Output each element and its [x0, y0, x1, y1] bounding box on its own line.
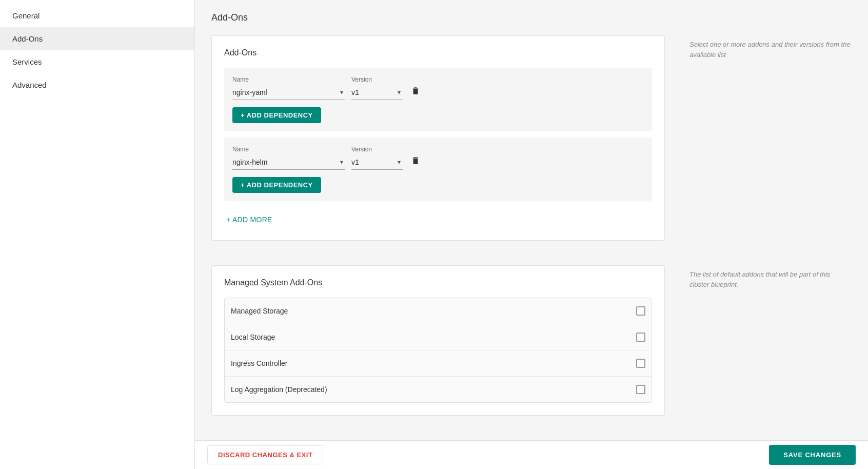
page-title: Add-Ons: [211, 12, 852, 23]
discard-button[interactable]: DISCARD CHANGES & EXIT: [207, 445, 323, 464]
sidebar: General Add-Ons Services Advanced: [0, 0, 195, 469]
trash-icon: [411, 86, 420, 96]
managed-item-label-2: Ingress Controller: [231, 359, 288, 367]
managed-item-checkbox-1[interactable]: [636, 333, 645, 342]
managed-addons-title: Managed System Add-Ons: [224, 278, 652, 287]
managed-item-label-0: Managed Storage: [231, 307, 288, 315]
version-label-2: Version: [351, 146, 403, 153]
version-select-1[interactable]: v1: [351, 85, 403, 100]
version-label-1: Version: [351, 76, 403, 83]
addons-card: Add-Ons Name nginx-yaml: [211, 35, 665, 241]
delete-addon-1[interactable]: [409, 84, 422, 98]
sidebar-item-services[interactable]: Services: [0, 50, 194, 73]
bottom-bar: DISCARD CHANGES & EXIT SAVE CHANGES: [195, 440, 868, 469]
managed-item-checkbox-0[interactable]: [636, 306, 645, 316]
main-content: Add-Ons Add-Ons Name: [195, 0, 868, 440]
add-dependency-btn-1[interactable]: + ADD DEPENDENCY: [232, 107, 321, 123]
sidebar-item-advanced[interactable]: Advanced: [0, 73, 194, 96]
trash-icon-2: [411, 155, 420, 166]
managed-items-list: Managed Storage Local Storage Ingress Co…: [224, 298, 652, 403]
save-button[interactable]: SAVE CHANGES: [769, 445, 856, 465]
addons-hint: Select one or more addons and their vers…: [677, 35, 852, 60]
managed-addons-card: Managed System Add-Ons Managed Storage L…: [211, 265, 665, 416]
managed-hint: The list of default addons that will be …: [677, 265, 852, 289]
name-select-2[interactable]: nginx-helm: [232, 155, 345, 170]
version-select-2[interactable]: v1: [351, 155, 403, 170]
managed-item-checkbox-3[interactable]: [636, 385, 645, 394]
name-label-2: Name: [232, 146, 345, 153]
addon-group-2: Name nginx-helm Version: [224, 138, 652, 201]
managed-item-checkbox-2[interactable]: [636, 359, 645, 368]
managed-item-label-1: Local Storage: [231, 333, 275, 341]
name-select-1[interactable]: nginx-yaml: [232, 85, 345, 100]
managed-item-2: Ingress Controller: [225, 350, 652, 377]
delete-addon-2[interactable]: [409, 153, 422, 168]
add-dependency-btn-2[interactable]: + ADD DEPENDENCY: [232, 177, 321, 193]
managed-item-0: Managed Storage: [225, 298, 652, 324]
add-more-button[interactable]: + ADD MORE: [224, 211, 274, 228]
name-label-1: Name: [232, 76, 345, 83]
managed-item-label-3: Log Aggregation (Deprecated): [231, 385, 327, 394]
managed-item-3: Log Aggregation (Deprecated): [225, 377, 652, 402]
sidebar-item-general[interactable]: General: [0, 4, 194, 27]
sidebar-item-add-ons[interactable]: Add-Ons: [0, 27, 194, 50]
addon-group-1: Name nginx-yaml Version: [224, 68, 652, 131]
addons-card-title: Add-Ons: [224, 48, 652, 57]
managed-item-1: Local Storage: [225, 324, 652, 350]
